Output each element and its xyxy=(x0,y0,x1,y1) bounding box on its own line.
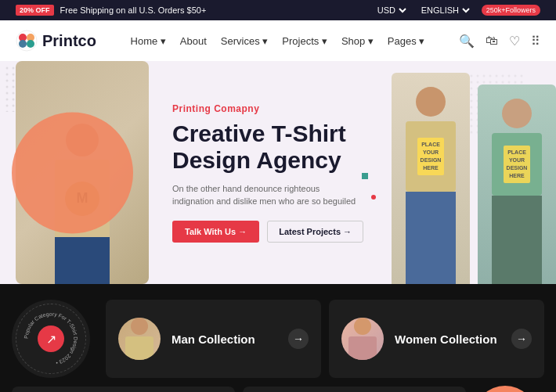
latest-projects-button[interactable]: Latest Projects → xyxy=(267,221,363,243)
women-collection-arrow[interactable]: → xyxy=(511,329,532,349)
top-bar-right: USD EUR ENGLISH FRENCH 250k+Followers xyxy=(374,5,540,16)
nav-menu: Home ▾ About Services ▾ Projects ▾ Shop … xyxy=(131,35,425,47)
top-bar-left: 20% OFF Free Shipping on all U.S. Orders… xyxy=(16,5,206,16)
kids-collection-card[interactable]: Kids Collection → xyxy=(12,387,235,392)
nav-services[interactable]: Services ▾ xyxy=(221,35,268,47)
hero-circle-decoration xyxy=(12,112,133,233)
view-more-category-button[interactable]: ↗ View More Category xyxy=(474,386,536,392)
search-icon[interactable]: 🔍 xyxy=(459,34,475,49)
women-collection-card[interactable]: Women Collection → xyxy=(329,300,544,378)
man-collection-card[interactable]: Man Collection → xyxy=(106,300,321,378)
logo-text: Printco xyxy=(42,32,96,50)
hero-couple-images: PLACEYOURDESIGNHERE PLACEYOURDESIGNHERE xyxy=(376,61,556,284)
nav-projects[interactable]: Projects ▾ xyxy=(282,35,327,47)
cart-icon[interactable]: 🛍 xyxy=(486,34,498,48)
collections-section: Popular Category For T-Shirt Design 2023… xyxy=(0,284,556,392)
language-select[interactable]: ENGLISH FRENCH xyxy=(418,5,472,16)
grid-icon[interactable]: ⠿ xyxy=(531,34,540,49)
trendy-collection-card[interactable]: 👕 Trendy Collection → xyxy=(243,387,466,392)
man-avatar xyxy=(118,318,161,360)
discount-badge: 20% OFF xyxy=(16,5,54,16)
followers-badge: 250k+Followers xyxy=(482,5,540,16)
currency-select[interactable]: USD EUR xyxy=(374,5,409,16)
hero-buttons: Talk With Us → Latest Projects → xyxy=(172,221,368,243)
nav-icons: 🔍 🛍 ♡ ⠿ xyxy=(459,34,540,49)
hero-description: On the other hand denounce righteous ind… xyxy=(172,182,360,208)
women-avatar xyxy=(341,318,384,360)
navigation: Printco Home ▾ About Services ▾ Projects… xyxy=(0,20,556,61)
top-bar: 20% OFF Free Shipping on all U.S. Orders… xyxy=(0,0,556,20)
wishlist-icon[interactable]: ♡ xyxy=(509,34,520,49)
arrow-up-icon: ↗ xyxy=(46,332,56,347)
man-collection-label: Man Collection xyxy=(171,333,277,346)
man-collection-arrow[interactable]: → xyxy=(288,329,309,349)
svg-point-4 xyxy=(27,40,34,48)
nav-home[interactable]: Home ▾ xyxy=(131,35,166,47)
circle-border: Popular Category For T-Shirt Design 2023… xyxy=(16,304,86,374)
circle-arrow[interactable]: ↗ xyxy=(38,325,64,352)
hero-subtitle: Printing Comapny xyxy=(172,103,368,114)
shipping-text: Free Shipping on all U.S. Orders $50+ xyxy=(60,5,207,15)
logo-icon xyxy=(16,30,38,52)
hero-section: M Printing Comapny Creative T-Shirt Desi… xyxy=(0,61,556,284)
logo[interactable]: Printco xyxy=(16,30,96,52)
hero-content: Printing Comapny Creative T-Shirt Design… xyxy=(157,88,384,258)
popular-category-circle: Popular Category For T-Shirt Design 2023… xyxy=(12,300,90,378)
nav-pages[interactable]: Pages ▾ xyxy=(388,35,424,47)
hero-title: Creative T-Shirt Design Agency xyxy=(172,120,368,174)
nav-shop[interactable]: Shop ▾ xyxy=(341,35,374,47)
svg-point-0 xyxy=(16,31,37,51)
svg-point-3 xyxy=(19,40,27,48)
nav-about[interactable]: About xyxy=(180,35,207,47)
talk-with-us-button[interactable]: Talk With Us → xyxy=(172,221,259,243)
women-collection-label: Women Collection xyxy=(395,333,500,346)
